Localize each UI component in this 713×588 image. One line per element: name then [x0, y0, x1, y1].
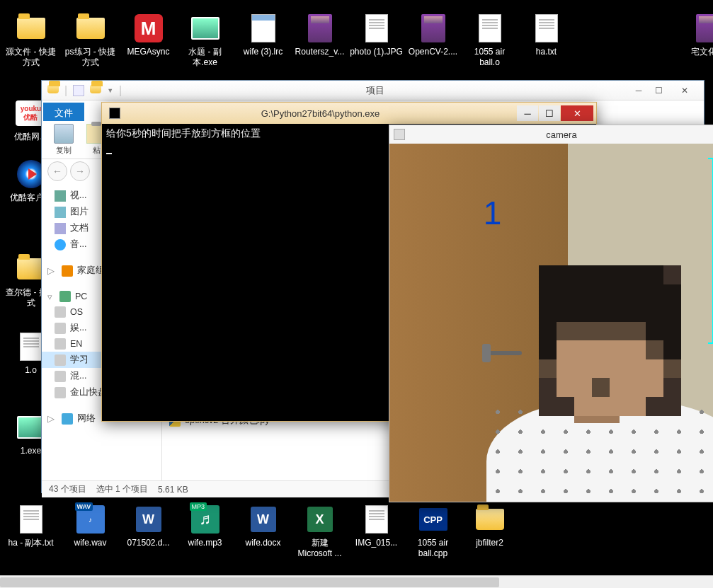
desktop-icon[interactable]: jbfilter2	[463, 504, 516, 548]
explorer-titlebar[interactable]: | ▼ | 项目 ─ ☐ ✕	[42, 81, 704, 100]
overlay-number: 1	[484, 194, 502, 232]
explorer-title: 项目	[122, 84, 629, 97]
homegroup-icon	[62, 265, 73, 277]
console-icon	[109, 108, 120, 119]
desktop-icon[interactable]: WAV♪wife.wav	[64, 504, 117, 548]
dropdown-icon[interactable]: ▼	[107, 87, 113, 94]
status-count: 43 个项目	[49, 483, 86, 495]
folder-icon	[47, 85, 59, 96]
document-icon	[55, 223, 66, 234]
desktop-icon[interactable]: Routersz_v...	[293, 13, 346, 57]
console-title: G:\Python27bit64\python.exe	[125, 108, 516, 119]
desktop-icon[interactable]: ha.txt	[520, 13, 573, 57]
roi-rectangle	[708, 158, 713, 344]
status-size: 5.61 KB	[158, 485, 188, 495]
picture-icon	[55, 207, 66, 218]
desktop-icon[interactable]: wife (3).lrc	[236, 13, 290, 57]
desktop-icon[interactable]: photo (1).JPG	[350, 13, 403, 57]
maximize-button[interactable]: ☐	[539, 105, 560, 121]
desktop-icon[interactable]: Wwife.docx	[236, 504, 290, 548]
camera-feed: 1	[389, 144, 713, 502]
drive-icon	[55, 338, 66, 350]
desktop-icon[interactable]: X新建 Microsoft ...	[293, 504, 346, 559]
copy-icon	[54, 124, 74, 144]
drive-icon	[55, 323, 66, 334]
desktop-icon[interactable]: IMG_015...	[350, 504, 403, 548]
desktop-icon[interactable]: 1055 air ball.o	[463, 13, 516, 68]
pc-icon	[59, 291, 71, 302]
desktop-icon[interactable]: MP3♬wife.mp3	[178, 504, 232, 548]
video-icon	[55, 190, 66, 202]
music-icon	[55, 239, 66, 250]
desktop-icon[interactable]: OpenCV-2....	[406, 13, 460, 57]
forward-button[interactable]: →	[70, 161, 90, 181]
camera-titlebar[interactable]: camera	[389, 125, 713, 144]
new-folder-icon[interactable]	[90, 85, 101, 96]
copy-button[interactable]: 复制	[47, 122, 80, 157]
door-handle	[486, 351, 522, 355]
window-icon	[394, 129, 405, 140]
desktop-icon[interactable]: ps练习 - 快捷方式	[64, 13, 117, 68]
properties-icon[interactable]	[73, 85, 84, 96]
desktop-icon[interactable]: 源文件 - 快捷方式	[4, 13, 57, 68]
camera-window[interactable]: camera 1	[389, 125, 713, 502]
minimize-button[interactable]: ─	[517, 105, 538, 121]
horizontal-scrollbar[interactable]	[0, 575, 713, 588]
camera-title: camera	[409, 129, 713, 140]
desktop-icon[interactable]: 水题 - 副本.exe	[178, 13, 232, 68]
desktop-icon[interactable]: 宅文化...	[681, 13, 713, 57]
drive-icon	[55, 387, 66, 398]
person-face-pixelated	[539, 265, 682, 416]
network-icon	[62, 413, 73, 425]
drive-icon	[55, 354, 66, 366]
desktop-icon[interactable]: ha - 副本.txt	[4, 504, 57, 548]
drive-icon	[55, 306, 66, 318]
minimize-button[interactable]: ─	[629, 83, 649, 98]
close-button[interactable]: ✕	[668, 83, 701, 98]
cursor	[106, 153, 112, 154]
status-selected: 选中 1 个项目	[96, 483, 148, 495]
desktop-icon[interactable]: MMEGAsync	[122, 13, 175, 57]
scrollbar-thumb[interactable]	[0, 577, 499, 587]
close-button[interactable]: ✕	[561, 105, 593, 121]
maximize-button[interactable]: ☐	[649, 83, 668, 98]
console-titlebar[interactable]: G:\Python27bit64\python.exe ─ ☐ ✕	[102, 103, 596, 124]
file-tab[interactable]: 文件	[43, 103, 84, 121]
desktop-icon[interactable]: CPP1055 air ball.cpp	[406, 504, 460, 559]
back-button[interactable]: ←	[47, 161, 67, 181]
desktop-icon[interactable]: W071502.d...	[122, 504, 175, 548]
drive-icon	[55, 371, 66, 382]
qat-separator: |	[64, 84, 67, 97]
